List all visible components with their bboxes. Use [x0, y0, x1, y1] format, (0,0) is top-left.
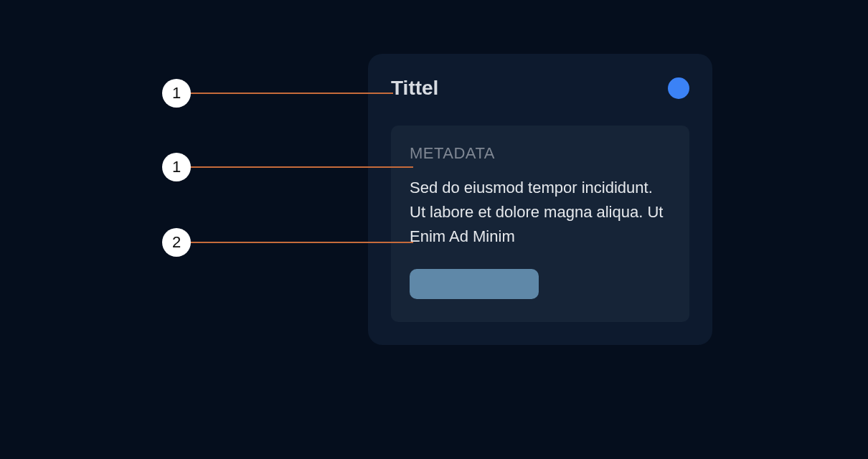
annotation-marker-1: 1 [162, 79, 393, 108]
metadata-label: METADATA [410, 144, 671, 163]
card-title: Tittel [391, 77, 438, 100]
status-dot-icon [668, 77, 689, 99]
annotation-line [191, 166, 413, 168]
annotation-number-circle: 1 [162, 79, 191, 108]
description-text: Sed do eiusmod tempor incididunt. Ut lab… [410, 176, 671, 249]
annotation-marker-3: 2 [162, 228, 413, 257]
annotation-line [191, 242, 413, 243]
info-card: Tittel METADATA Sed do eiusmod tempor in… [368, 54, 712, 345]
action-button[interactable] [410, 269, 539, 299]
card-header: Tittel [391, 77, 689, 100]
annotation-number-circle: 2 [162, 228, 191, 257]
annotation-line [191, 93, 393, 94]
annotation-number-circle: 1 [162, 153, 191, 181]
metadata-panel: METADATA Sed do eiusmod tempor incididun… [391, 126, 689, 322]
annotation-marker-2: 1 [162, 153, 413, 181]
